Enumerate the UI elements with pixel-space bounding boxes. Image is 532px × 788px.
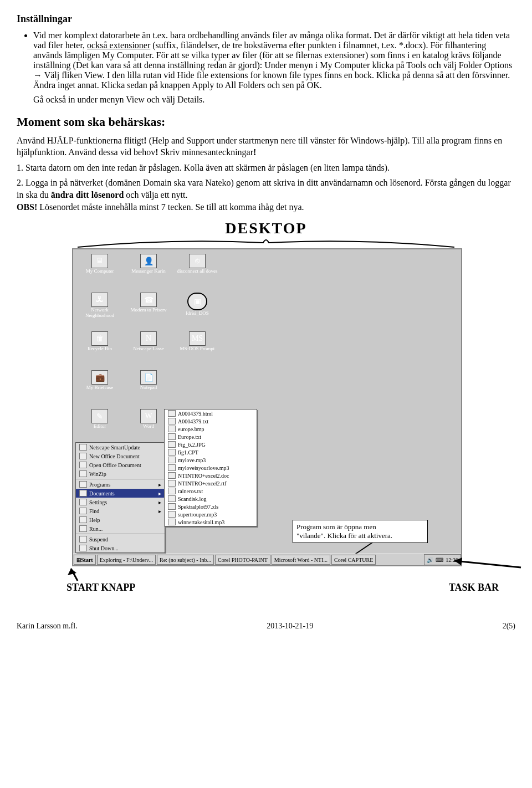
icon-label: Recycle Bin: [88, 346, 112, 351]
icon-label: disconnect all doves: [177, 268, 218, 274]
svg-marker-5: [454, 557, 462, 565]
submenu-item[interactable]: europe.bmp: [165, 425, 257, 433]
start-menu-item[interactable]: Suspend: [76, 535, 165, 544]
desktop-icons-grid: 🖥My Computer 👤Messenger Karin ⎋disconnec…: [73, 249, 461, 449]
file-label: supertrouper.mp3: [178, 511, 217, 518]
taskbar-button[interactable]: Microsoft Word - NTI...: [272, 555, 330, 565]
chevron-right-icon: ▸: [158, 499, 161, 505]
submenu-item[interactable]: raineros.txt: [165, 487, 257, 495]
num2-c: och välja ett nytt.: [124, 190, 187, 199]
file-icon: [168, 426, 176, 432]
menu-label: Shut Down...: [89, 545, 119, 551]
start-menu-item[interactable]: Shut Down...: [76, 544, 165, 552]
submenu-item[interactable]: NTINTRO+excel2.doc: [165, 472, 257, 479]
submenu-item[interactable]: winnertakesitall.mp3: [165, 518, 257, 526]
submenu-item[interactable]: Europe.txt: [165, 433, 257, 441]
briefcase-icon: 💼: [91, 370, 108, 385]
submenu-item[interactable]: supertrouper.mp3: [165, 510, 257, 518]
find-icon: [79, 508, 87, 514]
start-menu-item[interactable]: Help: [76, 515, 165, 524]
file-label: Fig_6.2.JPG: [178, 442, 206, 448]
desktop-icon[interactable]: 🗑Recycle Bin: [76, 331, 123, 367]
icon-label: Network Neighborhood: [76, 307, 123, 318]
exclaim-3: !: [253, 147, 256, 157]
desktop-icon[interactable]: ▣Idrisi_DOS: [174, 293, 221, 328]
submenu-item[interactable]: A0004379.txt: [165, 417, 257, 425]
taskbar: ⊞Start Exploring - F:\Underv... Re: (no …: [73, 554, 461, 565]
start-menu-item[interactable]: Find▸: [76, 506, 165, 515]
start-menu-item[interactable]: Open Office Document: [76, 460, 165, 469]
file-icon: [168, 511, 176, 518]
separator: [76, 534, 165, 534]
submenu-item[interactable]: mylove.mp3: [165, 456, 257, 464]
file-label: Scandisk.log: [178, 496, 206, 502]
menu-label: New Office Document: [89, 453, 140, 459]
zip-icon: [79, 470, 87, 477]
file-icon: [168, 433, 176, 440]
curly-brace: [72, 237, 460, 248]
desktop-icon[interactable]: 📄Notepad: [125, 370, 172, 406]
start-menu-item[interactable]: Run...: [76, 524, 165, 533]
taskbar-button[interactable]: Corel CAPTURE: [331, 555, 376, 565]
menu-label: Run...: [89, 526, 103, 532]
run-icon: [79, 525, 87, 532]
start-menu-item-documents[interactable]: Documents▸: [76, 489, 165, 498]
submenu-item[interactable]: Scandisk.log: [165, 495, 257, 503]
taskbar-button[interactable]: Corel PHOTO-PAINT: [215, 555, 270, 565]
start-button[interactable]: ⊞Start: [74, 555, 96, 565]
desktop-icon[interactable]: 👤Messenger Karin: [125, 254, 172, 289]
tray-icon: ⌨: [436, 557, 443, 563]
submenu-item[interactable]: A0004379.html: [165, 410, 257, 417]
file-icon: [168, 410, 176, 417]
menu-label: Programs: [89, 482, 110, 488]
file-label: NTINTRO+excel2.rtf: [178, 480, 227, 487]
desktop-icon[interactable]: ☎Modem to Priserv: [125, 293, 172, 328]
desktop-icon[interactable]: MSMS-DOS Prompt: [174, 331, 221, 367]
icon-label: MS-DOS Prompt: [180, 346, 215, 351]
desktop-icon[interactable]: 🖧Network Neighborhood: [76, 293, 123, 328]
start-menu-item[interactable]: Settings▸: [76, 498, 165, 506]
start-menu-item[interactable]: Programs▸: [76, 480, 165, 489]
start-menu[interactable]: Netscape SmartUpdate New Office Document…: [75, 442, 165, 553]
desktop-icon[interactable]: ✎Editor: [76, 409, 123, 444]
icon-label: Netscape Lasse: [133, 346, 164, 351]
settings-icon: [79, 499, 87, 505]
icon-label: Idrisi_DOS: [186, 310, 209, 316]
file-label: Spektralplot97.xls: [178, 504, 218, 510]
bullet-list: Vid mer komplext datorarbete än t.ex. ba…: [17, 30, 515, 106]
menu-label: Help: [89, 517, 100, 523]
start-menu-item[interactable]: Netscape SmartUpdate: [76, 443, 165, 452]
documents-icon: [79, 490, 87, 497]
screenshot-container: IKON 🖥My Computer 👤Messenger Karin ⎋disc…: [72, 248, 460, 566]
file-label: winnertakesitall.mp3: [178, 519, 224, 525]
file-icon: [168, 418, 176, 424]
file-icon: [168, 457, 176, 463]
submenu-item[interactable]: fig1.CPT: [165, 448, 257, 456]
start-menu-item[interactable]: New Office Document: [76, 452, 165, 460]
submenu-item[interactable]: Fig_6.2.JPG: [165, 441, 257, 448]
desktop-icon[interactable]: ⎋disconnect all doves: [174, 254, 221, 289]
taskbar-label: TASK BAR: [449, 582, 499, 593]
file-label: NTINTRO+excel2.doc: [178, 473, 229, 479]
submenu-item[interactable]: NTINTRO+excel2.rtf: [165, 479, 257, 487]
menu-label: Netscape SmartUpdate: [89, 444, 140, 451]
file-icon: [168, 480, 176, 487]
desktop-icon[interactable]: 🖥My Computer: [76, 254, 123, 289]
submenu-item[interactable]: Spektralplot97.xls: [165, 503, 257, 510]
icon-label: My Briefcase: [86, 385, 114, 390]
file-icon: [168, 503, 176, 510]
moment-heading: Moment som ska behärskas:: [17, 115, 515, 129]
taskbar-button[interactable]: Exploring - F:\Underv...: [97, 555, 156, 565]
page-footer: Karin Larsson m.fl. 2013-10-21-19 2(5): [17, 622, 515, 631]
start-menu-item[interactable]: WinZip: [76, 469, 165, 478]
desktop-icon[interactable]: NNetscape Lasse: [125, 331, 172, 367]
icon-label: Word: [143, 423, 154, 429]
start-arrow-icon: [66, 565, 89, 582]
taskbar-button[interactable]: Re: (no subject) - Inb...: [157, 555, 214, 565]
submenu-item[interactable]: myloveisyourlove.mp3: [165, 464, 257, 472]
desktop-icon[interactable]: 💼My Briefcase: [76, 370, 123, 406]
file-label: raineros.txt: [178, 488, 203, 494]
documents-submenu[interactable]: A0004379.html A0004379.txt europe.bmp Eu…: [164, 409, 257, 526]
file-label: myloveisyourlove.mp3: [178, 465, 229, 471]
file-icon: [168, 495, 176, 502]
